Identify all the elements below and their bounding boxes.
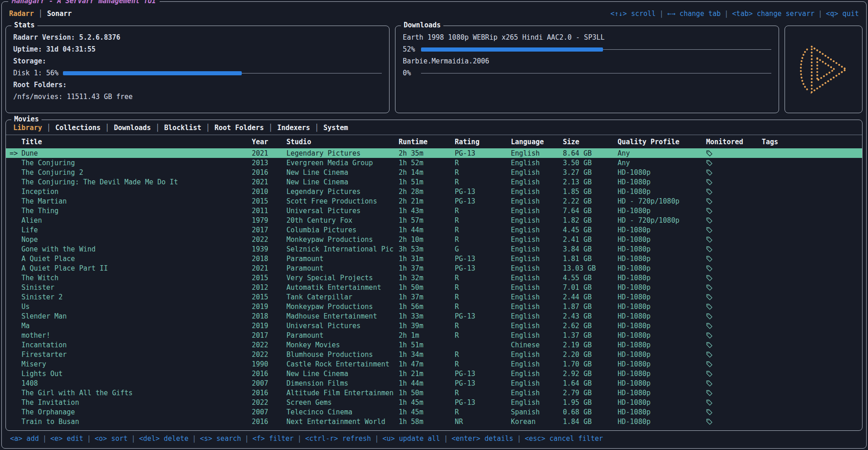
movie-studio: Dimension Films — [286, 379, 399, 387]
movie-title: Incantation — [21, 341, 252, 349]
servarr-tab-radarr[interactable]: Radarr — [9, 10, 34, 18]
download-progress-bar — [421, 47, 771, 52]
table-row[interactable]: The Thing 2011 Universal Pictures 1h 43m… — [6, 206, 862, 215]
table-row[interactable]: 1408 2007 Dimension Films 1h 44m PG-13 E… — [6, 378, 862, 388]
separator: | — [42, 434, 47, 443]
table-row[interactable]: The Witch 2015 Very Special Projects 1h … — [6, 273, 862, 283]
table-row[interactable]: Alien 1979 20th Century Fox 1h 57m R Eng… — [6, 215, 862, 225]
help-hint: <q> quit — [826, 10, 859, 18]
table-row[interactable]: Misery 1990 Castle Rock Entertainment 1h… — [6, 359, 862, 369]
top-help-bar: <↑↓> scroll|←→ change tab|<tab> change s… — [610, 10, 859, 18]
movie-quality-profile: HD-1080p — [618, 303, 706, 311]
header-language: Language — [511, 138, 563, 146]
movie-rating: R — [455, 331, 511, 340]
movie-year: 2022 — [252, 235, 286, 244]
movie-title: The Thing — [21, 207, 252, 215]
movie-rating: PG-13 — [455, 149, 511, 157]
table-row[interactable]: Train to Busan 2016 Next Entertainment W… — [6, 417, 862, 426]
movies-tab-system[interactable]: System — [323, 124, 348, 132]
movie-title: The Invitation — [21, 398, 252, 407]
help-hint: <del> delete — [139, 434, 188, 443]
servarr-tab-sonarr[interactable]: Sonarr — [47, 10, 72, 18]
movie-size: 2.43 GB — [563, 312, 618, 320]
table-row[interactable]: Firestarter 2022 Blumhouse Productions 1… — [6, 350, 862, 359]
monitored-tag-icon — [706, 370, 762, 378]
movies-tab-blocklist[interactable]: Blocklist — [164, 124, 201, 132]
table-row[interactable]: The Conjuring: The Devil Made Me Do It 2… — [6, 177, 862, 187]
movie-title: The Conjuring — [21, 159, 252, 167]
separator: │ — [269, 124, 273, 132]
movie-studio: Tank Caterpillar — [286, 293, 399, 301]
table-row[interactable]: The Martian 2015 Scott Free Productions … — [6, 196, 862, 206]
table-row[interactable]: Us 2019 Monkeypaw Productions 1h 56m R E… — [6, 302, 862, 311]
movies-tab-library[interactable]: Library — [13, 124, 42, 132]
table-row[interactable]: Ma 2019 Universal Pictures 1h 39m R Engl… — [6, 321, 862, 330]
movies-tab-root-folders[interactable]: Root Folders — [214, 124, 264, 132]
table-row[interactable]: Nope 2022 Monkeypaw Productions 2h 10m R… — [6, 235, 862, 244]
table-row[interactable]: Incantation 2022 Monkey Movies 1h 51m Ch… — [6, 340, 862, 350]
table-row[interactable]: Inception 2010 Legendary Pictures 2h 28m… — [6, 187, 862, 196]
table-row[interactable]: The Orphanage 2007 Telecinco Cinema 1h 4… — [6, 407, 862, 417]
separator: | — [660, 10, 664, 18]
table-row[interactable]: The Invitation 2022 Screen Gems 1h 45m P… — [6, 398, 862, 407]
movies-tab-indexers[interactable]: Indexers — [277, 124, 310, 132]
movie-studio: New Line Cinema — [286, 178, 399, 186]
radarr-version-value: 5.2.6.8376 — [79, 33, 120, 42]
table-row[interactable]: The Conjuring 2013 Evergreen Media Group… — [6, 158, 862, 167]
header-rating: Rating — [455, 138, 511, 146]
root-folder-value: /nfs/movies: 11511.43 GB free — [13, 93, 133, 101]
movies-tab-downloads[interactable]: Downloads — [114, 124, 151, 132]
movie-runtime: 1h 39m — [399, 322, 455, 330]
movie-size: 2.19 GB — [563, 341, 618, 349]
separator: │ — [315, 124, 319, 132]
help-hint: <e> edit — [50, 434, 83, 443]
storage-label: Storage: — [13, 57, 46, 65]
table-row[interactable]: The Conjuring 2 2016 New Line Cinema 2h … — [6, 167, 862, 177]
table-row[interactable]: Sinister 2 2015 Tank Caterpillar 1h 37m … — [6, 292, 862, 302]
table-row[interactable]: Sinister 2012 Automatik Entertainment 1h… — [6, 283, 862, 292]
app-title: Managarr - A Servarr management TUI — [8, 0, 160, 5]
downloads-panel: Downloads Earth 1998 1080p WEBRip x265 H… — [395, 26, 779, 113]
movie-runtime: 1h 50m — [399, 389, 455, 397]
table-row[interactable]: Lights Out 2016 New Line Cinema 1h 21m P… — [6, 369, 862, 378]
movie-runtime: 1h 33m — [399, 312, 455, 320]
movie-studio: Very Special Projects — [286, 274, 399, 282]
movie-language: English — [511, 168, 563, 177]
movie-language: English — [511, 188, 563, 196]
movie-runtime: 1h 34m — [399, 351, 455, 359]
movie-rating: R — [455, 303, 511, 311]
table-row[interactable]: A Quiet Place 2018 Paramount 1h 31m PG-1… — [6, 254, 862, 263]
uptime-value: 31d 04:31:55 — [46, 45, 95, 53]
movie-studio: Monkeypaw Productions — [286, 235, 399, 244]
table-row[interactable]: Gone with the Wind 1939 Selznick Interna… — [6, 244, 862, 254]
help-hint: <u> update all — [382, 434, 440, 443]
movie-runtime: 1h 50m — [399, 283, 455, 292]
movie-runtime: 2h 14m — [399, 168, 455, 177]
disk-usage-label: Disk 1: 56% — [13, 69, 58, 77]
table-row[interactable]: Life 2017 Columbia Pictures 1h 44m R Eng… — [6, 225, 862, 235]
movie-title: Lights Out — [21, 370, 252, 378]
movie-size: 2.44 GB — [563, 293, 618, 301]
download-item: Barbie.Mermaidia.2006 0% — [403, 55, 771, 79]
movie-runtime: 1h 21m — [399, 370, 455, 378]
movie-quality-profile: HD-1080p — [618, 418, 706, 426]
movies-tab-bar: Library│Collections│Downloads│Blocklist│… — [6, 120, 862, 135]
movie-size: 2.92 GB — [563, 370, 618, 378]
movie-rating: R — [455, 283, 511, 292]
table-row[interactable]: Slender Man 2018 Madhouse Entertainment … — [6, 311, 862, 321]
movie-title: The Girl with All the Gifts — [21, 389, 252, 397]
movie-studio: 20th Century Fox — [286, 216, 399, 225]
table-row[interactable]: The Girl with All the Gifts 2016 Altitud… — [6, 388, 862, 398]
movie-language: English — [511, 264, 563, 272]
monitored-tag-icon — [706, 274, 762, 282]
movie-year: 2019 — [252, 322, 286, 330]
movie-title: Misery — [21, 360, 252, 368]
table-row[interactable]: mother! 2017 Paramount 2h 1m R English 1… — [6, 330, 862, 340]
table-row[interactable]: => Dune 2021 Legendary Pictures 2h 35m P… — [6, 148, 862, 158]
movie-rating: PG-13 — [455, 312, 511, 320]
movie-size: 2.20 GB — [563, 351, 618, 359]
movie-rating: R — [455, 408, 511, 416]
movie-title: A Quiet Place — [21, 255, 252, 263]
table-row[interactable]: A Quiet Place Part II 2021 Paramount 1h … — [6, 263, 862, 273]
movies-tab-collections[interactable]: Collections — [55, 124, 100, 132]
